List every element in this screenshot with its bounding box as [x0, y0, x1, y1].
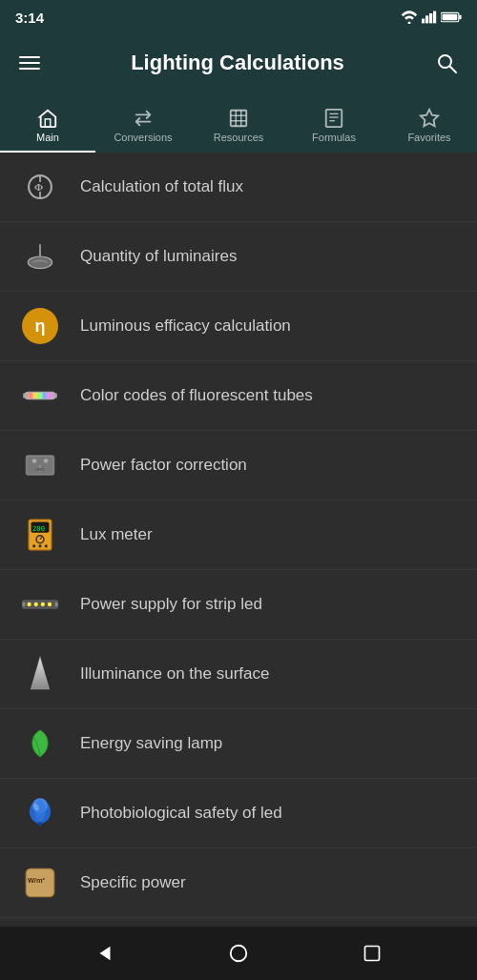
status-time: 3:14	[15, 10, 44, 26]
list-item-efficacy[interactable]: η Luminous efficacy calculation	[0, 292, 477, 361]
svg-rect-33	[37, 393, 42, 398]
svg-point-49	[45, 544, 48, 547]
list-item-lux-meter[interactable]: 200 Lux meter	[0, 500, 477, 570]
svg-rect-6	[459, 15, 461, 20]
svg-rect-29	[23, 393, 28, 398]
tab-main[interactable]: Main	[0, 100, 95, 151]
energy-saving-label: Energy saving lamp	[80, 734, 222, 753]
svg-rect-11	[231, 111, 247, 127]
tab-formulas[interactable]: Formulas	[286, 100, 382, 151]
illuminance-label: Illuminance on the surface	[80, 664, 269, 684]
tab-favorites[interactable]: Favorites	[382, 100, 477, 151]
tab-conversions-label: Conversions	[114, 132, 172, 143]
svg-line-9	[450, 67, 457, 73]
svg-rect-56	[55, 602, 58, 606]
svg-point-48	[38, 544, 41, 547]
list-item-strip-led[interactable]: Power supply for strip led	[0, 570, 477, 640]
circle-icon	[228, 943, 249, 964]
flux-icon: Φ	[19, 166, 61, 208]
svg-rect-2	[425, 15, 428, 23]
conversions-icon	[133, 108, 154, 129]
status-bar: 3:14	[0, 0, 477, 34]
luminaires-label: Quantity of luminaires	[80, 247, 237, 266]
list-item-luminaires[interactable]: Quantity of luminaires	[0, 222, 477, 292]
svg-point-61	[38, 822, 43, 827]
list-item-illuminance[interactable]: Illuminance on the surface	[0, 640, 477, 709]
bottom-nav	[0, 927, 477, 980]
multimeter-icon: 200	[19, 514, 61, 556]
svg-text:Φ: Φ	[34, 181, 43, 193]
menu-button[interactable]	[11, 49, 48, 77]
eta-badge: η	[22, 308, 58, 344]
svg-text:200: 200	[32, 524, 45, 533]
list-item-specific-power[interactable]: W/m² Specific power	[0, 848, 477, 918]
search-button[interactable]	[427, 44, 466, 82]
status-icons	[401, 10, 462, 24]
svg-marker-65	[100, 947, 111, 961]
svg-rect-32	[32, 393, 37, 398]
svg-rect-1	[422, 19, 425, 24]
strip-icon	[19, 583, 61, 625]
formulas-icon	[323, 108, 344, 129]
tube-icon	[19, 375, 61, 417]
back-icon	[94, 943, 115, 964]
signal-icon	[422, 10, 437, 24]
list-item-color-codes[interactable]: Color codes of fluorescent tubes	[0, 361, 477, 431]
svg-rect-55	[22, 602, 25, 606]
cone-icon	[19, 653, 61, 695]
photobiological-label: Photobiological safety of led	[80, 804, 282, 823]
svg-rect-34	[43, 393, 48, 398]
svg-point-38	[32, 459, 37, 463]
svg-rect-31	[28, 393, 32, 398]
home-button[interactable]	[223, 938, 254, 969]
svg-point-47	[32, 544, 35, 547]
back-button[interactable]	[90, 938, 120, 969]
tab-conversions[interactable]: Conversions	[95, 100, 191, 151]
svg-marker-20	[421, 110, 438, 126]
svg-marker-58	[31, 658, 50, 689]
svg-rect-16	[326, 110, 342, 127]
tab-resources-label: Resources	[214, 132, 264, 143]
specific-power-label: Specific power	[80, 873, 186, 892]
main-list: Φ Calculation of total flux Quantity of …	[0, 153, 477, 927]
app-title: Lighting Calculations	[59, 51, 416, 75]
list-item-power-factor[interactable]: Power factor correction	[0, 431, 477, 500]
list-item-energy-saving[interactable]: Energy saving lamp	[0, 709, 477, 779]
svg-rect-35	[48, 393, 52, 398]
svg-rect-41	[36, 468, 45, 471]
tab-favorites-label: Favorites	[407, 132, 450, 143]
app-bar: Lighting Calculations	[0, 34, 477, 92]
tab-main-label: Main	[36, 132, 59, 143]
resources-icon	[228, 108, 249, 129]
svg-point-39	[44, 459, 49, 463]
tab-bar: Main Conversions Resources	[0, 92, 477, 153]
square-icon	[363, 944, 382, 963]
strip-led-label: Power supply for strip led	[80, 595, 262, 614]
svg-point-66	[231, 946, 247, 962]
battery-icon	[441, 11, 462, 23]
svg-rect-10	[45, 119, 51, 127]
list-item-flux[interactable]: Φ Calculation of total flux	[0, 153, 477, 222]
lux-meter-label: Lux meter	[80, 525, 153, 544]
capacitor-icon	[19, 444, 61, 486]
home-icon	[37, 108, 58, 129]
recents-button[interactable]	[357, 938, 387, 969]
color-codes-label: Color codes of fluorescent tubes	[80, 386, 313, 405]
svg-point-53	[41, 602, 45, 606]
flux-label: Calculation of total flux	[80, 177, 243, 196]
favorites-icon	[419, 108, 440, 129]
svg-rect-3	[429, 13, 432, 23]
svg-point-51	[27, 602, 31, 606]
tab-resources[interactable]: Resources	[191, 100, 286, 151]
efficacy-label: Luminous efficacy calculation	[80, 316, 291, 336]
luminaire-icon	[19, 235, 61, 277]
leaf-icon	[19, 723, 61, 765]
svg-rect-7	[443, 14, 458, 20]
search-icon	[435, 51, 458, 74]
svg-rect-67	[365, 947, 380, 961]
bulb-blue-icon	[19, 792, 61, 834]
list-item-photobiological[interactable]: Photobiological safety of led	[0, 779, 477, 848]
wifi-icon	[401, 10, 418, 24]
power-factor-label: Power factor correction	[80, 456, 247, 475]
svg-text:W/m²: W/m²	[28, 876, 46, 885]
